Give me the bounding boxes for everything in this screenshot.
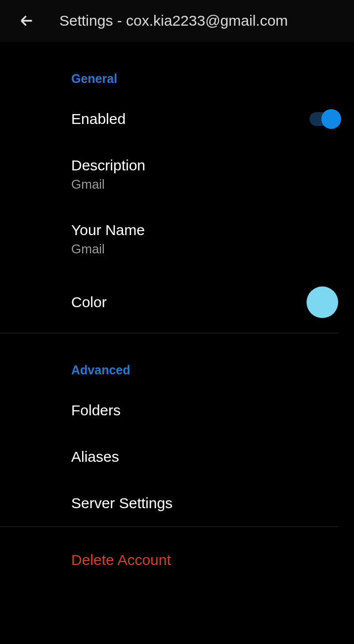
header: Settings - cox.kia2233@gmail.com: [0, 0, 354, 42]
row-aliases[interactable]: Aliases: [71, 434, 338, 480]
content: General Enabled Description Gmail Your N…: [0, 42, 354, 583]
row-enabled[interactable]: Enabled: [71, 96, 338, 142]
back-arrow-icon[interactable]: [18, 12, 36, 30]
row-aliases-label: Aliases: [71, 448, 119, 465]
row-enabled-label: Enabled: [71, 111, 126, 127]
page-title: Settings - cox.kia2233@gmail.com: [59, 12, 288, 29]
row-your-name-value: Gmail: [71, 242, 145, 257]
row-your-name-label: Your Name: [71, 222, 145, 239]
row-color[interactable]: Color: [71, 272, 338, 333]
delete-account-label: Delete Account: [71, 552, 171, 568]
row-description-label: Description: [71, 157, 145, 174]
row-folders-label: Folders: [71, 402, 121, 419]
row-server-settings[interactable]: Server Settings: [71, 480, 338, 526]
row-server-settings-label: Server Settings: [71, 495, 173, 512]
row-color-label: Color: [71, 294, 107, 311]
section-header-advanced: Advanced: [71, 333, 338, 387]
row-your-name[interactable]: Your Name Gmail: [71, 207, 338, 272]
row-folders[interactable]: Folders: [71, 387, 338, 434]
color-swatch[interactable]: [307, 286, 338, 318]
row-delete-account[interactable]: Delete Account: [71, 527, 338, 583]
row-description[interactable]: Description Gmail: [71, 142, 338, 207]
row-description-value: Gmail: [71, 177, 145, 192]
toggle-thumb: [321, 109, 341, 129]
enabled-toggle[interactable]: [310, 112, 338, 126]
section-header-general: General: [71, 42, 338, 96]
